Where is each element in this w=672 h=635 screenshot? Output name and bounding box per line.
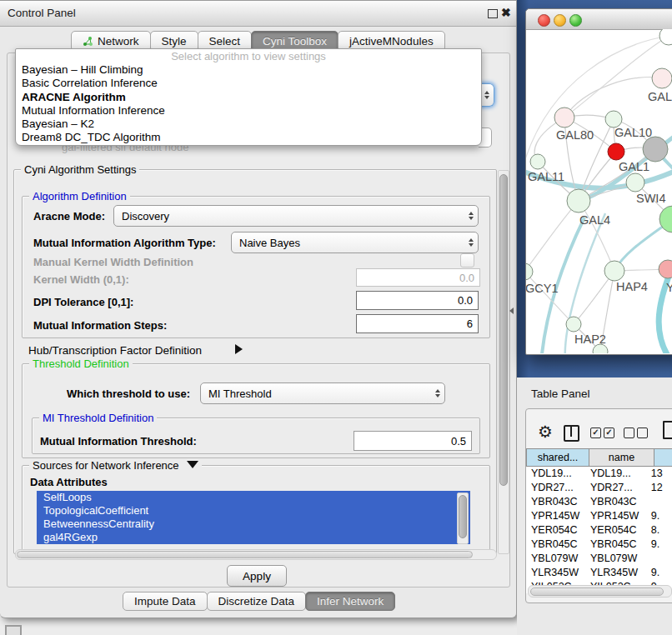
node-label: GAL4 [579, 213, 610, 227]
algorithm-option[interactable]: Bayesian – K2 [16, 118, 481, 131]
table-row[interactable]: YDR27...YDR27...12 [526, 481, 672, 495]
spinner-arrows-icon [430, 389, 444, 398]
tab-discretize-data[interactable]: Discretize Data [207, 592, 307, 611]
mi-algorithm-type-select[interactable]: Naive Bayes [231, 232, 479, 253]
table-row[interactable]: YBL079WYBL079W [526, 552, 672, 566]
table-cell [646, 495, 672, 509]
node-label: SWI4 [636, 192, 665, 205]
table-hscrollbar[interactable] [528, 585, 672, 598]
algorithm-option[interactable]: Mutual Information Inference [16, 104, 481, 118]
node-label: GAL1 [619, 160, 649, 173]
mi-steps-label: Mutual Information Steps: [33, 319, 167, 332]
expand-arrow-icon[interactable] [235, 344, 243, 354]
unchecked-box-icon[interactable] [624, 428, 634, 438]
algorithm-option[interactable]: Dream8 DC_TDC Algorithm [16, 131, 481, 144]
gear-icon[interactable]: ⚙ [538, 422, 553, 442]
column-header[interactable]: A [654, 448, 672, 467]
network-node-labels: GALGAL80GAL10GAL1GAL11SWI4GAL4GCY1HAP4YH… [526, 90, 672, 346]
tab-infer-network[interactable]: Infer Network [305, 592, 395, 611]
table-cell: YDR27... [526, 481, 585, 495]
network-node-gal[interactable] [652, 68, 672, 88]
attribute-list-item[interactable]: SelfLoops [37, 491, 470, 504]
node-label: HAP2 [574, 332, 606, 346]
column-header[interactable]: shared... [526, 448, 589, 467]
table-row[interactable]: YPR145WYPR145W9. [526, 509, 672, 523]
algorithm-option[interactable]: Bayesian – Hill Climbing [16, 63, 481, 77]
which-threshold-label: Which threshold to use: [67, 388, 190, 400]
spinner-arrows-icon [464, 238, 478, 247]
node-label: GAL [648, 90, 672, 103]
dpi-tolerance-field[interactable]: 0.0 [356, 291, 479, 310]
table-cell: YER054C [585, 523, 646, 538]
kernel-width-field[interactable]: 0.0 [356, 268, 480, 287]
table-row[interactable]: YER054CYER054C8. [526, 523, 672, 538]
collapse-arrow-icon[interactable] [187, 461, 198, 468]
traffic-zoom-button[interactable] [569, 14, 582, 27]
network-node-gal80[interactable] [554, 108, 574, 128]
tab-impute-data[interactable]: Impute Data [123, 592, 208, 611]
attribute-list-item[interactable]: BetweennessCentrality [37, 518, 470, 531]
network-node-gcy1[interactable] [526, 263, 533, 280]
which-threshold-select[interactable]: MI Threshold [200, 382, 445, 404]
unchecked-box-icon[interactable] [637, 428, 648, 438]
node-label: GCY1 [526, 282, 559, 295]
minimized-panel-icon[interactable] [5, 625, 22, 635]
network-node-swi4[interactable] [626, 173, 644, 192]
traffic-minimize-button[interactable] [554, 14, 566, 27]
split-pane-handle-icon[interactable] [509, 308, 514, 314]
algorithm-option[interactable]: Basic Correlation Inference [16, 77, 481, 90]
network-node-gal11[interactable] [530, 154, 545, 169]
apply-button[interactable]: Apply [227, 565, 287, 587]
table-row[interactable]: YBR045CYBR045C9. [526, 538, 672, 552]
table-row[interactable]: YDL19...YDL19...13 [526, 467, 672, 481]
network-node-gal4[interactable] [567, 189, 590, 212]
table-cell: YBR043C [585, 495, 646, 509]
network-window-titlebar[interactable] [526, 9, 672, 30]
traffic-close-button[interactable] [538, 14, 550, 27]
table-cell [646, 552, 672, 566]
kernel-width-label: Kernel Width (0,1): [33, 273, 129, 286]
control-panel-titlebar[interactable]: Control Panel ✖ [0, 1, 516, 27]
float-window-icon[interactable] [488, 9, 498, 18]
table-panel-title: Table Panel [531, 388, 590, 400]
network-canvas[interactable]: GALGAL80GAL10GAL1GAL11SWI4GAL4GCY1HAP4YH… [526, 29, 672, 353]
aracne-mode-select[interactable]: Discovery [113, 205, 479, 227]
node-label: GAL10 [614, 126, 652, 139]
split-columns-icon[interactable] [564, 425, 579, 442]
manual-kernel-checkbox[interactable] [460, 253, 474, 268]
network-node-hap4[interactable] [604, 261, 624, 281]
document-icon[interactable] [663, 421, 672, 439]
network-node[interactable] [659, 29, 672, 45]
network-node-gal10[interactable] [605, 111, 622, 128]
mutual-information-threshold-field[interactable]: 0.5 [354, 431, 472, 451]
manual-kernel-label: Manual Kernel Width Definition [33, 256, 193, 268]
attribute-list-item[interactable]: gal4RGexp [37, 531, 470, 544]
checked-box-icon[interactable]: ✓ [604, 428, 614, 438]
network-node[interactable] [643, 137, 668, 162]
table-cell: YBL079W [585, 552, 646, 566]
network-node-gal1[interactable] [608, 143, 624, 160]
mi-type-label: Mutual Information Algorithm Type: [33, 237, 216, 249]
settings-scrollbar-thumb[interactable] [499, 174, 508, 486]
attribute-list-item[interactable]: TopologicalCoefficient [37, 504, 470, 518]
attribute-list-scrollbar[interactable] [457, 492, 469, 544]
node-label: HAP4 [616, 280, 648, 293]
settings-hscrollbar-thumb[interactable] [17, 551, 473, 558]
checked-box-icon[interactable]: ✓ [590, 428, 601, 438]
table-hscrollbar-thumb[interactable] [530, 588, 664, 596]
network-node-y[interactable] [659, 260, 672, 278]
mi-steps-field[interactable]: 6 [356, 314, 479, 333]
data-attributes-list[interactable]: SelfLoopsTopologicalCoefficientBetweenne… [37, 491, 470, 544]
tab-label: Select [209, 35, 241, 48]
table-row[interactable]: YLR345WYLR345W9. [526, 566, 672, 580]
algorithm-placeholder: Select algorithm to view settings [16, 49, 481, 63]
close-icon[interactable]: ✖ [501, 6, 511, 19]
column-header[interactable]: name [589, 448, 654, 467]
algorithm-option[interactable]: ARACNE Algorithm [16, 91, 481, 104]
network-node-hap2[interactable] [566, 317, 581, 332]
settings-hscrollbar[interactable] [15, 549, 497, 560]
bottom-tab-bar: Impute DataDiscretize DataInfer Network [123, 592, 395, 611]
table-row[interactable]: YBR043CYBR043C [526, 495, 672, 509]
settings-scrollbar[interactable] [498, 170, 509, 554]
attribute-list-scrollbar-thumb[interactable] [459, 495, 467, 538]
